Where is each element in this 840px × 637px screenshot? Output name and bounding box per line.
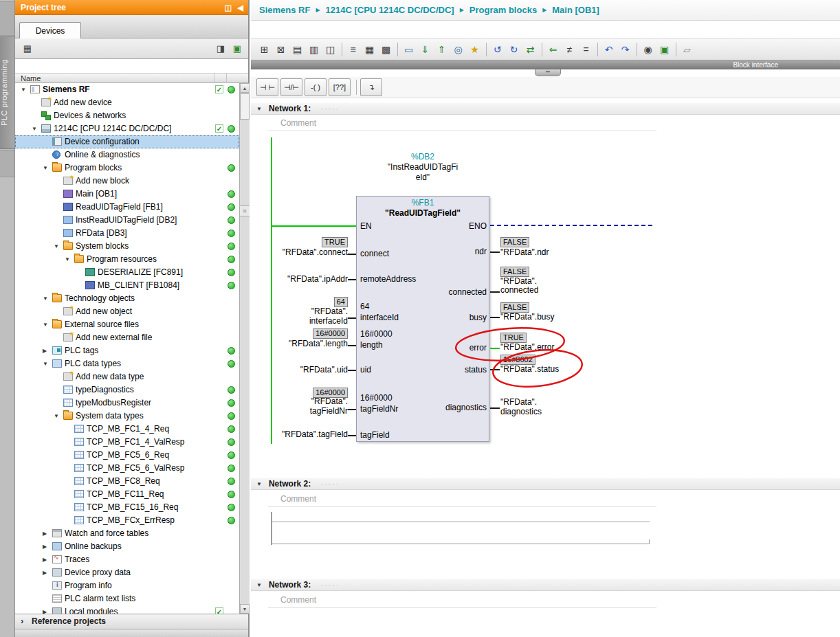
tree-item-plc-data-types[interactable]: ▼PLC data types — [15, 357, 239, 370]
tree-item-deserialize-fc891[interactable]: DESERIALIZE [FC891] — [15, 266, 239, 279]
breadcrumb-item[interactable]: Program blocks — [469, 5, 537, 15]
network-2-comment[interactable]: Comment — [280, 494, 316, 504]
delete-row-icon[interactable]: ▥ — [306, 41, 322, 58]
block-interface-bar[interactable]: Block interface — [251, 60, 840, 69]
chevron-down-icon[interactable]: ▼ — [43, 322, 49, 328]
tree-item-device-configuration[interactable]: Device configuration — [15, 135, 239, 148]
collapse-network-icon[interactable]: ▼ — [256, 106, 262, 112]
insert-row-icon[interactable]: ▤ — [289, 41, 305, 58]
chevron-right-icon[interactable]: ▶ — [43, 609, 49, 614]
apply-snapshot-icon[interactable]: ⇄ — [522, 41, 538, 58]
instance-db-name-line1[interactable]: "InstReadUIDTagFi — [388, 162, 458, 172]
tree-item-plc-tags[interactable]: ▶PLC tags — [15, 344, 239, 357]
operand-length[interactable]: "RFData".length — [289, 339, 348, 348]
tree-item-tcp-mb-fc5-6-valresp[interactable]: TCP_MB_FC5_6_ValResp — [15, 462, 239, 475]
tree-item-typediagnostics[interactable]: typeDiagnostics — [15, 383, 239, 396]
operand-interfaceid-line2[interactable]: interfaceId — [309, 316, 348, 326]
snapshot-values-icon[interactable]: ◎ — [450, 41, 466, 58]
scroll-up-icon[interactable]: ▲ — [240, 83, 250, 93]
chevron-down-icon[interactable]: ▼ — [21, 87, 27, 93]
chevron-down-icon[interactable]: ▼ — [43, 361, 49, 367]
breadcrumb-item[interactable]: Siemens RF — [259, 5, 310, 15]
tree-scrollbar[interactable]: ▲ ≡ ▼ — [239, 83, 250, 614]
download-to-device-icon[interactable]: ⇓ — [417, 41, 433, 58]
undo-icon[interactable]: ↺ — [489, 41, 505, 58]
operand-interfaceid-line1[interactable]: "RFData". — [311, 306, 348, 316]
network-1-comment[interactable]: Comment — [280, 118, 316, 128]
tree-item-add-new-object[interactable]: Add new object — [15, 305, 239, 318]
tree-item-tcp-mb-fc1-4-req[interactable]: TCP_MB_FC1_4_Req — [15, 423, 239, 436]
instance-db-name-line2[interactable]: eld" — [416, 172, 430, 182]
scroll-down-icon[interactable]: ▼ — [240, 604, 250, 614]
operand-busy[interactable]: "RFData".busy — [500, 312, 555, 322]
chevron-right-icon[interactable]: ▶ — [43, 570, 49, 576]
tree-item-rfdata-db3[interactable]: RFData [DB3] — [15, 227, 239, 240]
monitor-all-icon[interactable]: ▣ — [656, 41, 672, 58]
graph-view-icon[interactable]: ▣ — [230, 42, 244, 56]
instance-db-header[interactable]: %DB2 — [411, 152, 434, 161]
delete-network-icon[interactable]: ⊠ — [273, 41, 289, 58]
equal-icon[interactable]: = — [578, 41, 594, 58]
tree-item-system-blocks[interactable]: ▼System blocks — [15, 240, 239, 253]
network-3-header[interactable]: ▼ Network 3: ····· — [251, 579, 840, 591]
tree-item-tcp-mb-fc5-6-req[interactable]: TCP_MB_FC5_6_Req — [15, 449, 239, 462]
network-2-header[interactable]: ▼ Network 2: ····· — [251, 478, 840, 490]
chevron-right-icon[interactable]: ▶ — [43, 348, 49, 354]
tree-item-system-data-types[interactable]: ▼System data types — [15, 410, 239, 423]
scroll-thumb[interactable] — [240, 93, 250, 120]
operand-connected-line2[interactable]: connected — [500, 285, 538, 295]
nc-contact-button[interactable]: ⊣/⊢ — [280, 78, 302, 96]
network-1-title-placeholder[interactable]: ····· — [320, 104, 340, 113]
chevron-down-icon[interactable]: ▼ — [54, 243, 60, 249]
chevron-down-icon[interactable]: ▼ — [54, 413, 60, 419]
layout-icon[interactable]: ◫ — [225, 0, 232, 15]
open-branch-button[interactable]: ↴ — [360, 78, 382, 96]
operand-uid[interactable]: "RFData".uid — [300, 365, 348, 375]
tree-item-device-proxy-data[interactable]: ▶Device proxy data — [15, 566, 239, 579]
tree-item-program-blocks[interactable]: ▼Program blocks — [15, 161, 239, 175]
collapse-networks-icon[interactable]: ▩ — [378, 41, 394, 58]
operand-tagfieldnr-line2[interactable]: tagFieldNr — [310, 406, 348, 416]
coil-button[interactable]: -( ) — [305, 78, 327, 96]
tree-item-tcp-mb-fcx-errresp[interactable]: TCP_MB_FCx_ErrResp — [15, 514, 239, 527]
operand-ipaddr[interactable]: "RFData".ipAddr — [287, 274, 348, 284]
expand-icon[interactable]: › — [21, 616, 23, 626]
network-2-title-placeholder[interactable]: ····· — [320, 480, 340, 488]
tree-item-program-resources[interactable]: ▼Program resources — [15, 253, 239, 266]
tree-item-tcp-mb-fc15-16-req[interactable]: TCP_MB_FC15_16_Req — [15, 501, 239, 514]
tab-devices[interactable]: Devices — [19, 22, 81, 39]
tree-item-add-new-external-file[interactable]: Add new external file — [15, 331, 239, 344]
plc-programming-tab[interactable]: PLC programming — [0, 36, 14, 149]
monitoring-icon[interactable]: ◉ — [640, 41, 656, 58]
network-1-header[interactable]: ▼ Network 1: ····· — [251, 103, 840, 115]
tree-item-1214c-cpu-1214c-dc-dc-dc[interactable]: ▼1214C [CPU 1214C DC/DC/DC]✓ — [15, 122, 239, 135]
go-forward-icon[interactable]: ↷ — [617, 41, 633, 58]
block-call-env-icon[interactable]: ▱ — [679, 41, 695, 58]
tree-item-typemodbusregister[interactable]: typeModbusRegister — [15, 396, 239, 410]
tree-item-devices-networks[interactable]: Devices & networks — [15, 109, 239, 122]
collapse-network-icon[interactable]: ▼ — [256, 481, 262, 487]
chevron-right-icon[interactable]: ▶ — [43, 544, 49, 550]
tree-item-traces[interactable]: ▶Traces — [15, 553, 239, 566]
network-3-title-placeholder[interactable]: ····· — [320, 581, 340, 589]
operand-tagfieldnr-line1[interactable]: "RFData". — [311, 396, 348, 406]
operand-connected-line1[interactable]: "RFData". — [500, 276, 537, 286]
operand-ndr[interactable]: "RFData".ndr — [500, 247, 549, 257]
compare-prev-icon[interactable]: ⇐ — [545, 41, 561, 58]
network-3-comment[interactable]: Comment — [280, 595, 316, 605]
tree-item-instreaduidtagfield-db2[interactable]: InstReadUIDTagField [DB2] — [15, 214, 239, 227]
tree-item-program-info[interactable]: Program info — [15, 579, 239, 592]
chevron-right-icon[interactable]: ▶ — [43, 530, 49, 537]
empty-box-button[interactable]: [??] — [329, 78, 351, 96]
fb-title[interactable]: "ReadUIDTagField" — [385, 208, 461, 218]
tree-item-add-new-data-type[interactable]: Add new data type — [15, 370, 239, 383]
tree-item-tcp-mb-fc1-4-valresp[interactable]: TCP_MB_FC1_4_ValResp — [15, 436, 239, 449]
tree-item-tcp-mb-fc8-req[interactable]: TCP_MB_FC8_Req — [15, 475, 239, 488]
operand-tagfield[interactable]: "RFData".tagField — [282, 429, 348, 439]
tree-item-readuidtagfield-fb1[interactable]: ReadUIDTagField [FB1] — [15, 201, 239, 214]
scroll-grip-icon[interactable]: ≡ — [240, 205, 250, 216]
operand-connect[interactable]: "RFData".connect — [283, 247, 348, 257]
breadcrumb-item[interactable]: 1214C [CPU 1214C DC/DC/DC] — [326, 5, 454, 15]
details-view-icon[interactable]: ◨ — [214, 42, 228, 56]
chevron-down-icon[interactable]: ▼ — [32, 126, 38, 132]
